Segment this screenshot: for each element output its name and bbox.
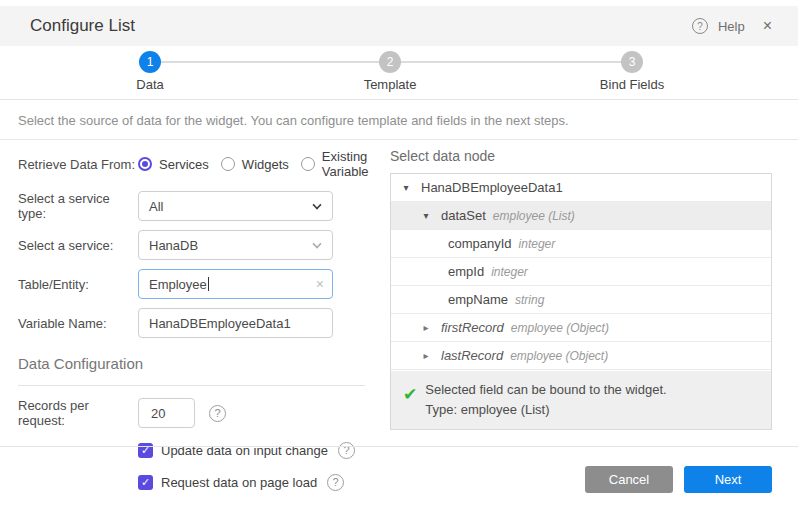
next-button[interactable]: Next [684, 466, 772, 493]
radio-services-label[interactable]: Services [159, 157, 209, 172]
caret-right-icon[interactable]: ▸ [420, 350, 432, 361]
tree-node-name: companyId [448, 236, 512, 251]
data-configuration-heading: Data Configuration [18, 355, 368, 372]
cancel-button[interactable]: Cancel [585, 466, 673, 493]
clear-icon[interactable]: × [316, 276, 324, 292]
table-entity-label: Table/Entity: [18, 277, 138, 292]
tree-node-type: string [515, 293, 544, 307]
tree-node-dataset[interactable]: ▾ dataSet employee (List) [391, 202, 771, 230]
data-node-tree: ▾ HanaDBEmployeeData1 ▾ dataSet employee… [390, 173, 772, 430]
step-data[interactable]: 1 Data [90, 51, 210, 92]
service-label: Select a service: [18, 238, 138, 253]
data-source-form: Retrieve Data From: Services Widgets Exi… [18, 140, 368, 492]
step-3-label: Bind Fields [572, 77, 692, 92]
service-type-value: All [149, 199, 163, 214]
step-3-circle: 3 [621, 51, 643, 73]
text-cursor [208, 277, 209, 291]
wizard-stepper: 1 Data 2 Template 3 Bind Fields [0, 46, 798, 100]
tree-node-lastrecord[interactable]: ▸ lastRecord employee (Object) [391, 342, 771, 370]
tree-node-type: integer [491, 265, 528, 279]
caret-right-icon[interactable]: ▸ [420, 322, 432, 333]
caret-down-icon[interactable]: ▾ [420, 210, 432, 221]
chevron-down-icon [312, 239, 321, 248]
chevron-down-icon [312, 200, 321, 209]
step-description-row: Select the source of data for the widget… [0, 101, 798, 140]
retrieve-data-radio-group: Services Widgets Existing Variable [138, 149, 374, 179]
help-link[interactable]: Help [718, 19, 745, 34]
tree-node-empname[interactable]: empName string [391, 286, 771, 314]
variable-name-label: Variable Name: [18, 316, 138, 331]
tree-node-empid[interactable]: empId integer [391, 258, 771, 286]
step-1-label: Data [90, 77, 210, 92]
tree-node-firstrecord[interactable]: ▸ firstRecord employee (Object) [391, 314, 771, 342]
dialog-title: Configure List [30, 16, 135, 36]
tree-node-name: lastRecord [441, 348, 503, 363]
tree-node-type: integer [519, 237, 556, 251]
radio-existing-variable-label[interactable]: Existing Variable [322, 149, 369, 179]
binding-status-line1: Selected field can be bound to the widge… [425, 380, 666, 400]
close-icon[interactable]: × [763, 17, 772, 35]
success-check-icon: ✔ [403, 384, 417, 405]
tree-node-name: HanaDBEmployeeData1 [421, 180, 563, 195]
tree-node-type: employee (Object) [510, 349, 608, 363]
tree-node-root[interactable]: ▾ HanaDBEmployeeData1 [391, 174, 771, 202]
radio-widgets-label[interactable]: Widgets [242, 157, 289, 172]
records-per-request-value: 20 [151, 406, 165, 421]
configure-list-dialog: Configure List ? Help × 1 Data 2 Templat… [0, 0, 798, 508]
table-entity-input[interactable]: Employee × [138, 269, 333, 299]
tree-node-type: employee (List) [493, 209, 575, 223]
step-bind-fields[interactable]: 3 Bind Fields [572, 51, 692, 92]
section-divider [18, 385, 365, 386]
tree-node-companyid[interactable]: companyId integer [391, 230, 771, 258]
service-type-label: Select a service type: [18, 191, 138, 221]
table-entity-value: Employee [149, 277, 207, 292]
tree-node-name: empId [448, 264, 484, 279]
select-data-node-panel: Select data node ▾ HanaDBEmployeeData1 ▾… [390, 140, 772, 430]
records-per-request-label: Records per request: [18, 398, 138, 428]
binding-status-line2: Type: employee (List) [425, 400, 666, 420]
retrieve-data-from-label: Retrieve Data From: [18, 157, 138, 172]
radio-existing-variable[interactable] [301, 157, 315, 171]
service-value: HanaDB [149, 238, 198, 253]
variable-name-value: HanaDBEmployeeData1 [149, 316, 291, 331]
select-data-node-title: Select data node [390, 148, 772, 164]
caret-down-icon[interactable]: ▾ [400, 182, 412, 193]
dialog-titlebar: Configure List ? Help × [0, 6, 798, 46]
tree-node-name: dataSet [441, 208, 486, 223]
radio-services[interactable] [138, 157, 152, 171]
service-type-select[interactable]: All [138, 191, 333, 221]
tree-node-type: employee (Object) [511, 321, 609, 335]
radio-widgets[interactable] [221, 157, 235, 171]
records-per-request-input[interactable]: 20 [138, 398, 195, 428]
step-2-circle: 2 [379, 51, 401, 73]
step-description: Select the source of data for the widget… [18, 113, 569, 128]
help-icon[interactable]: ? [692, 18, 708, 34]
binding-status-message: ✔ Selected field can be bound to the wid… [391, 371, 771, 429]
service-select[interactable]: HanaDB [138, 230, 333, 260]
variable-name-input[interactable]: HanaDBEmployeeData1 [138, 308, 333, 338]
step-template[interactable]: 2 Template [330, 51, 450, 92]
dialog-footer: Cancel Next [0, 446, 798, 493]
help-circle-icon[interactable]: ? [209, 405, 226, 422]
tree-node-name: firstRecord [441, 320, 504, 335]
tree-node-name: empName [448, 292, 508, 307]
step-2-label: Template [330, 77, 450, 92]
step-1-circle: 1 [139, 51, 161, 73]
